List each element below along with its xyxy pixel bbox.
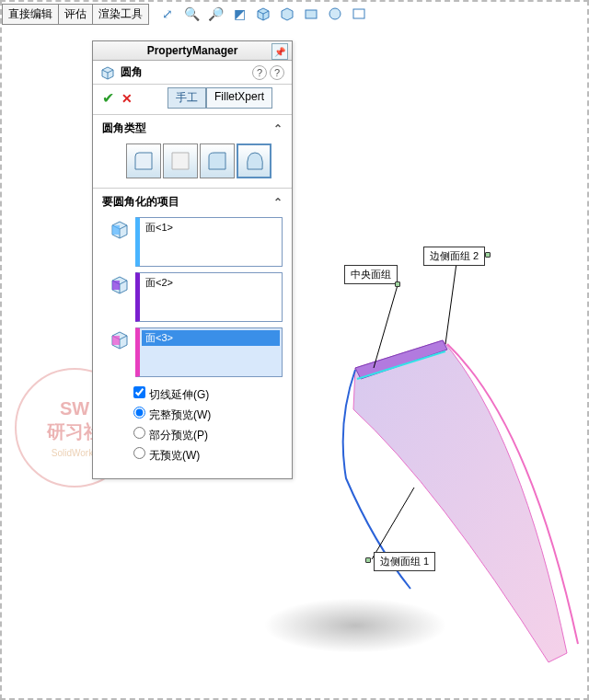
opt-partial-preview[interactable]: 部分预览(P): [133, 425, 283, 445]
svg-rect-7: [112, 281, 120, 290]
callout-side2[interactable]: 边侧面组 2: [423, 247, 485, 266]
panel-title: PropertyManager 📌: [93, 41, 292, 61]
tab-evaluate[interactable]: 评估: [58, 4, 93, 25]
svg-line-0: [374, 285, 398, 368]
svg-line-1: [445, 263, 456, 344]
mode-manual[interactable]: 手工: [167, 87, 206, 109]
feature-icon: [100, 65, 115, 80]
zoom-fit-icon[interactable]: ⤢: [159, 6, 176, 22]
collapse2-icon[interactable]: ⌃: [273, 196, 283, 209]
help2-icon[interactable]: ?: [270, 65, 284, 80]
svg-point-4: [329, 8, 341, 19]
svg-line-2: [372, 488, 414, 559]
svg-rect-8: [112, 336, 120, 345]
display-style-icon[interactable]: [279, 6, 295, 22]
help-icon[interactable]: ?: [252, 65, 267, 80]
collapse-icon[interactable]: ⌃: [273, 122, 283, 135]
face-set3-icon: [110, 329, 130, 350]
view-orient-icon[interactable]: [255, 6, 271, 22]
ground-shadow: [263, 598, 447, 653]
pin-icon[interactable]: 📌: [271, 43, 288, 60]
section-view-icon[interactable]: ◩: [231, 6, 248, 22]
type-variable[interactable]: [163, 143, 198, 178]
svg-rect-5: [353, 9, 364, 18]
tab-direct-edit[interactable]: 直接编辑: [2, 4, 59, 25]
face-set3-list[interactable]: 面<3>: [135, 327, 283, 377]
mode-filletxpert[interactable]: FilletXpert: [206, 87, 272, 109]
type-full-round[interactable]: [237, 143, 271, 178]
ok-button[interactable]: ✔: [102, 89, 114, 107]
section-fillet-type: 圆角类型: [102, 120, 146, 136]
face-set2-icon: [110, 274, 130, 294]
zoom-prev-icon[interactable]: 🔎: [207, 6, 224, 22]
callout-center[interactable]: 中央面组: [344, 265, 398, 284]
appearance-icon[interactable]: [327, 6, 343, 22]
cancel-button[interactable]: ✕: [121, 91, 133, 106]
scene-icon[interactable]: [351, 6, 367, 22]
tab-render-tools[interactable]: 渲染工具: [92, 4, 149, 25]
type-constant[interactable]: [126, 143, 161, 178]
zoom-area-icon[interactable]: 🔍: [183, 6, 200, 22]
property-manager-panel: PropertyManager 📌 圆角 ? ? ✔ ✕ 手工 FilletXp…: [92, 40, 293, 479]
type-face[interactable]: [200, 143, 235, 178]
opt-no-preview[interactable]: 无预览(W): [133, 445, 283, 465]
fillet-type-options: [93, 140, 292, 188]
face-set1-icon: [110, 219, 130, 239]
opt-full-preview[interactable]: 完整预览(W): [133, 405, 283, 425]
opt-tangent[interactable]: 切线延伸(G): [133, 384, 283, 405]
section-items: 要圆角化的项目: [102, 194, 179, 210]
svg-rect-3: [306, 10, 317, 18]
callout-side1[interactable]: 边侧面组 1: [374, 552, 435, 571]
command-tabs: 直接编辑 评估 渲染工具 ⤢ 🔍 🔎 ◩: [2, 2, 367, 26]
svg-rect-6: [112, 225, 120, 235]
hide-show-icon[interactable]: [303, 6, 319, 22]
feature-name: 圆角: [121, 64, 249, 80]
face-set1-list[interactable]: 面<1>: [135, 217, 283, 267]
face-set2-list[interactable]: 面<2>: [135, 272, 283, 322]
